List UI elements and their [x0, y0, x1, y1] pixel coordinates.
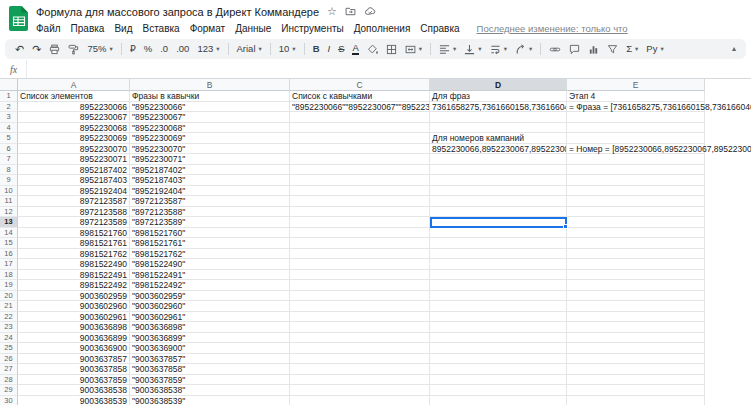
move-folder-button[interactable]	[345, 6, 356, 17]
cell-B16[interactable]: "8981521762"	[130, 249, 290, 260]
borders-button[interactable]	[386, 44, 397, 55]
cell-A16[interactable]: 8981521762	[18, 249, 130, 260]
row-header-17[interactable]: 17	[0, 259, 18, 270]
row-header-2[interactable]: 2	[0, 102, 18, 113]
cell-E16[interactable]	[567, 249, 705, 260]
cell-B23[interactable]: "9003636898"	[130, 322, 290, 333]
cell-D13[interactable]	[430, 217, 567, 228]
cell-A2[interactable]: 8952230066	[18, 102, 130, 113]
more-formats-button[interactable]: 123 ▾	[197, 44, 219, 54]
cell-B5[interactable]: "8952230069"	[130, 133, 290, 144]
cell-E19[interactable]	[567, 280, 705, 291]
undo-button[interactable]: ↶	[15, 44, 24, 55]
cell-D9[interactable]	[430, 175, 567, 186]
cell-B7[interactable]: "8952230071"	[130, 154, 290, 165]
text-rotation-button[interactable]: ▾	[515, 44, 532, 55]
row-header-23[interactable]: 23	[0, 322, 18, 333]
cell-B11[interactable]: "8972123587"	[130, 196, 290, 207]
cell-E14[interactable]	[567, 228, 705, 239]
row-header-1[interactable]: 1	[0, 91, 18, 102]
cell-B22[interactable]: "9003602961"	[130, 312, 290, 323]
cell-E27[interactable]	[567, 364, 705, 375]
cell-E18[interactable]	[567, 270, 705, 281]
cell-D6[interactable]: 8952230066,8952230067,8952230068,8952230…	[430, 144, 567, 155]
cell-C25[interactable]	[290, 343, 430, 354]
row-header-26[interactable]: 26	[0, 354, 18, 365]
cell-A3[interactable]: 8952230067	[18, 112, 130, 123]
cell-B2[interactable]: "8952230066"	[130, 102, 290, 113]
cell-E20[interactable]	[567, 291, 705, 302]
cell-C8[interactable]	[290, 165, 430, 176]
row-header-7[interactable]: 7	[0, 154, 18, 165]
cell-A10[interactable]: 8952192404	[18, 186, 130, 197]
paint-format-button[interactable]	[68, 44, 79, 55]
cell-B9[interactable]: "8952187403"	[130, 175, 290, 186]
cell-A20[interactable]: 9003602959	[18, 291, 130, 302]
cell-E22[interactable]	[567, 312, 705, 323]
redo-button[interactable]: ↷	[32, 44, 41, 55]
cell-B13[interactable]: "8972123589"	[130, 217, 290, 228]
cell-A1[interactable]: Список элементов	[18, 91, 130, 102]
cell-C10[interactable]	[290, 186, 430, 197]
cell-C12[interactable]	[290, 207, 430, 218]
cell-D14[interactable]	[430, 228, 567, 239]
cell-D3[interactable]	[430, 112, 567, 123]
star-button[interactable]: ☆	[327, 6, 337, 17]
row-header-19[interactable]: 19	[0, 280, 18, 291]
column-header-c[interactable]: C	[290, 79, 430, 91]
cell-C1[interactable]: Список с кавычками	[290, 91, 430, 102]
cell-D7[interactable]	[430, 154, 567, 165]
strikethrough-button[interactable]: S	[338, 44, 344, 54]
merge-cells-button[interactable]: ▾	[405, 44, 422, 55]
row-header-14[interactable]: 14	[0, 228, 18, 239]
cell-B8[interactable]: "8952187402"	[130, 165, 290, 176]
menu-addons[interactable]: Дополнения	[349, 23, 416, 34]
menu-format[interactable]: Формат	[185, 23, 231, 34]
cell-C14[interactable]	[290, 228, 430, 239]
cell-A11[interactable]: 8972123587	[18, 196, 130, 207]
cell-B18[interactable]: "8981522491"	[130, 270, 290, 281]
cell-B1[interactable]: Фразы в кавычки	[130, 91, 290, 102]
print-button[interactable]	[49, 44, 60, 55]
cloud-status-button[interactable]	[364, 6, 376, 17]
cell-C19[interactable]	[290, 280, 430, 291]
cell-E28[interactable]	[567, 375, 705, 386]
row-header-15[interactable]: 15	[0, 238, 18, 249]
insert-link-button[interactable]	[549, 44, 561, 55]
cell-B15[interactable]: "8981521761"	[130, 238, 290, 249]
cell-C5[interactable]	[290, 133, 430, 144]
cell-C21[interactable]	[290, 301, 430, 312]
cell-B14[interactable]: "8981521760"	[130, 228, 290, 239]
row-header-21[interactable]: 21	[0, 301, 18, 312]
cell-E8[interactable]	[567, 165, 705, 176]
filter-button[interactable]	[607, 44, 618, 55]
cell-A9[interactable]: 8952187403	[18, 175, 130, 186]
bold-button[interactable]: B	[313, 44, 320, 54]
cell-A18[interactable]: 8981522491	[18, 270, 130, 281]
row-header-4[interactable]: 4	[0, 123, 18, 134]
cell-C17[interactable]	[290, 259, 430, 270]
cell-D23[interactable]	[430, 322, 567, 333]
cell-B10[interactable]: "8952192404"	[130, 186, 290, 197]
cell-E15[interactable]	[567, 238, 705, 249]
menu-file[interactable]: Файл	[36, 23, 66, 34]
cell-C22[interactable]	[290, 312, 430, 323]
row-header-3[interactable]: 3	[0, 112, 18, 123]
functions-button[interactable]: Σ ▾	[626, 44, 638, 54]
cell-D8[interactable]	[430, 165, 567, 176]
cell-E24[interactable]	[567, 333, 705, 344]
cell-D22[interactable]	[430, 312, 567, 323]
cell-A21[interactable]: 9003602960	[18, 301, 130, 312]
column-header-d[interactable]: D	[430, 79, 567, 91]
row-header-30[interactable]: 30	[0, 396, 18, 405]
cell-A6[interactable]: 8952230070	[18, 144, 130, 155]
cell-C4[interactable]	[290, 123, 430, 134]
cell-E25[interactable]	[567, 343, 705, 354]
text-color-button[interactable]: A	[352, 43, 358, 55]
cell-E6[interactable]: = Номер = [8952230066,8952230067,8952230…	[567, 144, 705, 155]
cell-A25[interactable]: 9003636900	[18, 343, 130, 354]
cell-C24[interactable]	[290, 333, 430, 344]
cell-C20[interactable]	[290, 291, 430, 302]
cell-B28[interactable]: "9003637859"	[130, 375, 290, 386]
cell-D15[interactable]	[430, 238, 567, 249]
